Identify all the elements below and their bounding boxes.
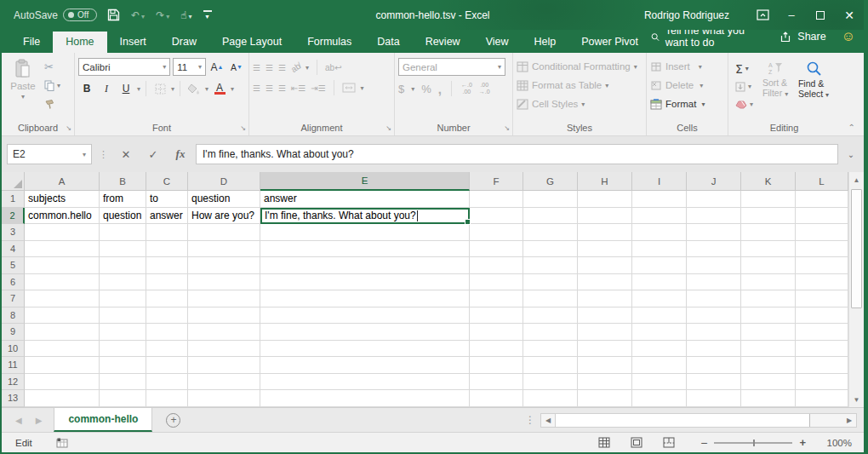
comma-button[interactable]: , [438,82,442,96]
cell-B3[interactable] [100,224,146,241]
zoom-in-button[interactable]: + [799,436,806,449]
cell-H9[interactable] [578,324,632,341]
tab-formulas[interactable]: Formulas [294,32,364,53]
macro-record-button[interactable] [56,438,68,448]
cell-C7[interactable] [146,290,188,307]
cell-I4[interactable] [632,241,687,258]
cell-F13[interactable] [470,390,523,407]
cell-D11[interactable] [188,357,260,374]
font-size-combo[interactable]: 11▾ [173,58,206,76]
cell-I11[interactable] [632,357,687,374]
save-button[interactable] [107,9,120,21]
cell-C10[interactable] [146,341,188,358]
cell-H1[interactable] [578,191,632,208]
cell-F6[interactable] [470,274,523,291]
cell-L4[interactable] [796,241,848,258]
column-header-I[interactable]: I [632,172,687,191]
feedback-smiley-icon[interactable]: ☺ [842,30,855,43]
cell-I12[interactable] [632,374,687,391]
cell-J6[interactable] [687,274,741,291]
copy-button[interactable]: ▾ [43,78,62,94]
row-header-5[interactable]: 5 [2,257,25,274]
cell-F10[interactable] [470,341,523,358]
cell-G4[interactable] [523,241,578,258]
underline-button[interactable]: U [117,80,134,97]
scroll-left-icon[interactable]: ◀ [541,414,555,427]
cell-F7[interactable] [470,290,523,307]
cell-A9[interactable] [25,324,100,341]
row-header-8[interactable]: 8 [2,307,25,325]
cell-E10[interactable] [260,341,470,358]
cell-B13[interactable] [100,390,146,407]
alignment-dialog-launcher[interactable]: ↘ [385,124,391,132]
sort-filter-button[interactable]: AZ Sort &Filter ▾ [757,58,794,121]
number-format-combo[interactable]: General▾ [398,58,505,76]
increase-decimal-button[interactable]: ←.0.00 [461,82,472,96]
tab-insert[interactable]: Insert [107,32,159,53]
cell-C5[interactable] [146,257,188,274]
cell-D13[interactable] [188,390,260,407]
collapse-ribbon-button[interactable]: ⌃ [848,123,855,132]
tab-power-pivot[interactable]: Power Pivot [568,32,651,53]
cell-F12[interactable] [470,374,523,391]
cell-K4[interactable] [741,241,796,258]
decrease-indent-button[interactable]: ⇤☰ [291,83,306,93]
cell-A7[interactable] [25,290,100,307]
column-header-B[interactable]: B [100,172,146,191]
cell-A8[interactable] [25,307,100,325]
cell-E2[interactable]: I'm fine, thanks. What about you? [260,208,470,225]
new-sheet-button[interactable]: + [152,408,194,432]
sheet-prev-button[interactable]: ◀ [15,416,22,425]
cell-F8[interactable] [470,307,523,325]
cell-K9[interactable] [741,324,796,341]
align-center-button[interactable]: ☰ [266,83,273,93]
tab-page-layout[interactable]: Page Layout [209,32,294,53]
cell-C2[interactable]: answer [146,208,188,225]
cell-C4[interactable] [146,241,188,258]
cell-C1[interactable]: to [146,191,188,208]
cell-J2[interactable] [687,208,741,225]
decrease-font-button[interactable]: A▼ [228,59,245,76]
cell-K11[interactable] [741,357,796,374]
row-header-9[interactable]: 9 [2,324,25,341]
ribbon-display-options-button[interactable] [748,0,777,30]
cell-B10[interactable] [100,341,146,358]
scroll-down-icon[interactable]: ▼ [849,392,864,407]
cell-C13[interactable] [146,390,188,407]
cell-E5[interactable] [260,257,470,274]
cell-G5[interactable] [523,257,578,274]
row-header-1[interactable]: 1 [2,191,25,208]
cell-H5[interactable] [578,257,632,274]
cell-G11[interactable] [523,357,578,374]
increase-font-button[interactable]: A▲ [208,59,226,76]
decrease-decimal-button[interactable]: .00→.0 [479,82,490,96]
cancel-button[interactable]: ✕ [114,144,138,164]
cell-B2[interactable]: question [100,208,146,225]
cell-B1[interactable]: from [100,191,146,208]
cell-D12[interactable] [188,374,260,391]
formula-bar-splitter[interactable]: ⋮ [95,149,111,160]
cell-I3[interactable] [632,224,687,241]
cell-K7[interactable] [741,290,796,307]
cell-I8[interactable] [632,307,687,325]
cell-D3[interactable] [188,224,260,241]
cell-E6[interactable] [260,274,470,291]
cell-H4[interactable] [578,241,632,258]
cell-J12[interactable] [687,374,741,391]
tab-view[interactable]: View [473,32,522,53]
cell-J10[interactable] [687,341,741,358]
cell-J1[interactable] [687,191,741,208]
cell-D9[interactable] [188,324,260,341]
cell-L6[interactable] [796,274,848,291]
cell-J9[interactable] [687,324,741,341]
cell-J7[interactable] [687,290,741,307]
cell-G1[interactable] [523,191,578,208]
font-name-combo[interactable]: Calibri▾ [78,58,170,76]
cell-G9[interactable] [523,324,578,341]
find-select-button[interactable]: Find &Select ▾ [794,58,833,121]
cut-button[interactable]: ✂ [43,59,62,75]
user-name[interactable]: Rodrigo Rodriguez [644,9,729,21]
row-header-7[interactable]: 7 [2,290,25,307]
cell-D5[interactable] [188,257,260,274]
tab-file[interactable]: File [10,32,53,53]
